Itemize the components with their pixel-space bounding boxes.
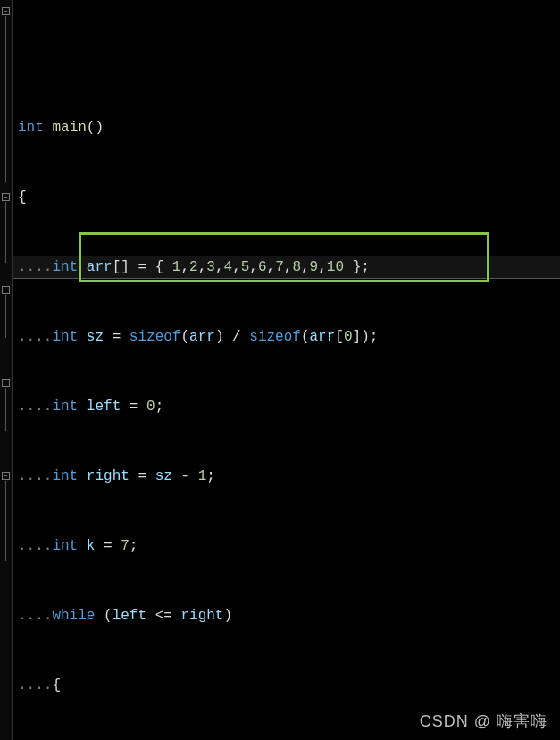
code-line: ....int k = 7; <box>16 534 560 558</box>
code-line: ....while (left <= right) <box>16 604 560 627</box>
code-line: ....int sz = sizeof(arr) / sizeof(arr[0]… <box>16 325 560 349</box>
folding-gutter: − − − − − <box>0 0 13 740</box>
fold-icon[interactable]: − <box>2 472 10 480</box>
code-editor[interactable]: − − − − − int main() { ....int arr[] = {… <box>0 0 560 740</box>
code-line: ....{ <box>16 674 560 697</box>
code-line: { <box>16 186 560 209</box>
code-area[interactable]: int main() { ....int arr[] = { 1,2,3,4,5… <box>13 0 560 740</box>
watermark: CSDN @ 嗨害嗨 <box>420 710 547 733</box>
code-line: int main() <box>16 116 560 139</box>
fold-icon[interactable]: − <box>2 286 10 294</box>
fold-icon[interactable]: − <box>2 7 10 15</box>
fold-icon[interactable]: − <box>2 193 10 201</box>
fold-icon[interactable]: − <box>2 379 10 387</box>
code-line: ....int left = 0; <box>16 395 560 418</box>
code-line: ....int right = sz - 1; <box>16 465 560 488</box>
